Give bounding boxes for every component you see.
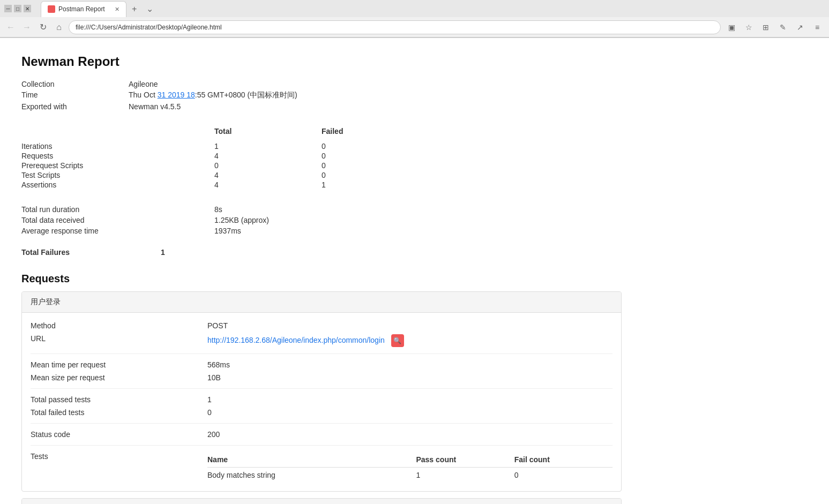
stats-section: Total Failed Iterations 1 0 Requests 4 0… — [21, 127, 622, 189]
run-stat-label: Total data received — [21, 216, 214, 224]
stats-row: Test Scripts 4 0 — [21, 171, 622, 179]
request-card: 查看公告 — [21, 498, 622, 504]
tests-th: Pass count — [416, 452, 514, 468]
address-actions: ▣ ☆ ⊞ ✎ ↗ ≡ — [724, 20, 825, 35]
run-stat-label: Average response time — [21, 227, 214, 235]
tests-th: Name — [207, 452, 416, 468]
collection-value: Agileone — [129, 80, 158, 88]
req-mean-time-value: 568ms — [207, 360, 230, 369]
req-mean-time-row: Mean time per request 568ms — [31, 360, 613, 369]
stats-row-failed: 0 — [322, 152, 429, 160]
req-passed-value: 1 — [207, 395, 212, 404]
window-controls: ─ □ ✕ — [4, 5, 31, 12]
bookmark-list-button[interactable]: ⊞ — [758, 20, 773, 35]
run-stat-label: Total run duration — [21, 205, 214, 214]
tests-th: Fail count — [514, 452, 613, 468]
meta-collection-row: Collection Agileone — [21, 80, 622, 88]
share-button[interactable]: ↗ — [793, 20, 808, 35]
stats-col-failed-header: Failed — [322, 127, 429, 136]
close-button[interactable]: ✕ — [24, 5, 31, 12]
stats-rows-container: Iterations 1 0 Requests 4 0 Prerequest S… — [21, 142, 622, 189]
table-row: Body matches string 1 0 — [207, 468, 613, 483]
stats-row-total: 4 — [214, 152, 322, 160]
minimize-button[interactable]: ─ — [4, 5, 12, 12]
meta-section: Collection Agileone Time Thu Oct 31 2019… — [21, 80, 622, 111]
req-url-row: URL http://192.168.2.68/Agileone/index.p… — [31, 334, 613, 347]
stats-col-total-header: Total — [214, 127, 322, 136]
stats-row-total: 4 — [214, 180, 322, 189]
stats-row-failed: 1 — [322, 180, 429, 189]
stats-row-name: Test Scripts — [21, 171, 214, 179]
tab-dropdown-button[interactable]: ⌄ — [142, 1, 158, 17]
req-failed-value: 0 — [207, 408, 212, 417]
req-status-row: Status code 200 — [31, 430, 613, 439]
stats-row: Requests 4 0 — [21, 152, 622, 160]
stats-row-failed: 0 — [322, 161, 429, 170]
req-url-link[interactable]: http://192.168.2.68/Agileone/index.php/c… — [207, 336, 385, 344]
exported-label: Exported with — [21, 102, 129, 111]
time-label: Time — [21, 91, 129, 100]
req-failed-row: Total failed tests 0 — [31, 408, 613, 417]
tab-title: Postman Report — [58, 5, 105, 13]
tab-bar: Postman Report ✕ + ⌄ — [36, 1, 162, 17]
meta-exported-row: Exported with Newman v4.5.5 — [21, 102, 622, 111]
reload-button[interactable]: ↻ — [36, 21, 49, 34]
request-card-header: 查看公告 — [22, 499, 621, 504]
stats-row-name: Iterations — [21, 142, 214, 151]
req-method-label: Method — [31, 321, 207, 330]
bookmark-button[interactable]: ☆ — [741, 20, 756, 35]
tab-close-button[interactable]: ✕ — [115, 6, 120, 13]
req-url-value: http://192.168.2.68/Agileone/index.php/c… — [207, 334, 404, 347]
requests-container: 用户登录 Method POST URL http://192.168.2.68… — [21, 291, 622, 504]
req-tests-label: Tests — [31, 452, 207, 461]
total-failures-row: Total Failures 1 — [21, 248, 622, 257]
req-mean-size-label: Mean size per request — [31, 373, 207, 382]
stats-row-name: Assertions — [21, 180, 214, 189]
page-content: Newman Report Collection Agileone Time T… — [0, 38, 643, 504]
search-icon — [391, 334, 404, 347]
stats-row-total: 4 — [214, 171, 322, 179]
requests-section-title: Requests — [21, 273, 622, 285]
stats-row-failed: 0 — [322, 142, 429, 151]
new-tab-button[interactable]: + — [128, 1, 141, 17]
time-link[interactable]: 31 2019 18 — [158, 91, 195, 99]
menu-button[interactable]: ≡ — [810, 20, 825, 35]
maximize-button[interactable]: □ — [14, 5, 21, 12]
run-stat-value: 1.25KB (approx) — [214, 216, 269, 224]
stats-row-name: Requests — [21, 152, 214, 160]
reader-view-button[interactable]: ▣ — [724, 20, 739, 35]
browser-chrome: ─ □ ✕ Postman Report ✕ + ⌄ ← → ↻ ⌂ ▣ ☆ ⊞… — [0, 0, 829, 38]
req-mean-size-value: 10B — [207, 373, 221, 382]
req-failed-label: Total failed tests — [31, 408, 207, 417]
time-prefix: Thu Oct — [129, 91, 158, 99]
run-stat-value: 1937ms — [214, 227, 241, 235]
forward-button[interactable]: → — [20, 21, 33, 34]
home-button[interactable]: ⌂ — [53, 21, 65, 34]
title-bar: ─ □ ✕ Postman Report ✕ + ⌄ — [0, 0, 829, 17]
stats-row-total: 0 — [214, 161, 322, 170]
req-url-label: URL — [31, 334, 207, 343]
back-button[interactable]: ← — [4, 21, 17, 34]
req-method-value: POST — [207, 321, 228, 330]
req-status-label: Status code — [31, 430, 207, 439]
stats-header: Total Failed — [21, 127, 622, 138]
stats-col-name — [21, 127, 214, 136]
req-method-row: Method POST — [31, 321, 613, 330]
run-stats-container: Total run duration 8s Total data receive… — [21, 205, 622, 235]
req-passed-label: Total passed tests — [31, 395, 207, 404]
test-name: Body matches string — [207, 468, 416, 483]
request-card: 用户登录 Method POST URL http://192.168.2.68… — [21, 291, 622, 492]
meta-time-row: Time Thu Oct 31 2019 18:55 GMT+0800 (中国标… — [21, 91, 622, 100]
run-stat-row: Average response time 1937ms — [21, 227, 622, 235]
req-tests-row: Tests NamePass countFail count Body matc… — [31, 452, 613, 483]
test-fail: 0 — [514, 468, 613, 483]
run-stat-row: Total run duration 8s — [21, 205, 622, 214]
url-input[interactable] — [69, 20, 721, 34]
notes-button[interactable]: ✎ — [775, 20, 790, 35]
run-stat-row: Total data received 1.25KB (approx) — [21, 216, 622, 224]
exported-value: Newman v4.5.5 — [129, 102, 181, 111]
active-tab[interactable]: Postman Report ✕ — [41, 1, 126, 17]
run-stat-value: 8s — [214, 205, 222, 214]
stats-row: Iterations 1 0 — [21, 142, 622, 151]
req-mean-time-label: Mean time per request — [31, 360, 207, 369]
